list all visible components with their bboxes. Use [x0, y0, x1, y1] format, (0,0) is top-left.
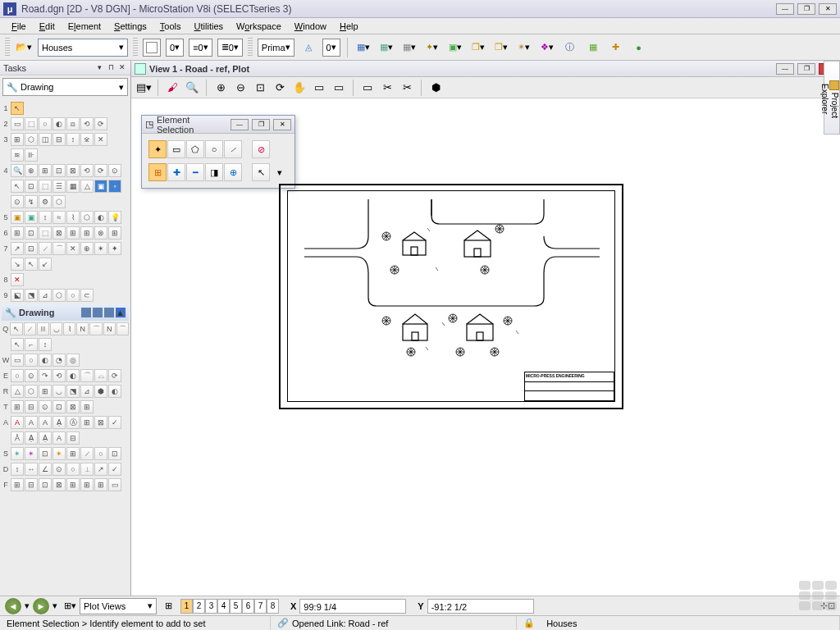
tool-4p[interactable]: ▫	[108, 180, 121, 193]
tool-4e[interactable]: ⊠	[66, 164, 80, 177]
view-attributes-button[interactable]: ▤▾	[135, 79, 153, 97]
tool-4j[interactable]: ⊡	[25, 180, 38, 193]
tool-ah[interactable]: ✓	[108, 416, 121, 429]
view-8-button[interactable]: 8	[267, 599, 279, 614]
tool-dg[interactable]: ↗	[94, 463, 107, 476]
tool-rh[interactable]: ◐	[108, 385, 121, 398]
y-value[interactable]: -91:2 1/2	[427, 599, 534, 614]
level-display-button[interactable]: ❒▾	[492, 39, 510, 57]
cells-button[interactable]: ❖▾	[538, 39, 556, 57]
tool-rc[interactable]: ⊞	[39, 385, 52, 398]
active-color-selector[interactable]	[143, 39, 161, 57]
tasks-pin-icon[interactable]: ⊓	[106, 63, 116, 73]
viewgroup-selector[interactable]: Plot Views▾	[80, 598, 157, 614]
view-3-button[interactable]: 3	[205, 599, 217, 614]
tool-am[interactable]: ⊟	[66, 431, 80, 445]
view-next-button[interactable]: ▭	[330, 79, 348, 97]
project-explorer-tab[interactable]: Project Explorer	[824, 61, 840, 135]
tool-ef[interactable]: ⌒	[80, 369, 94, 382]
manage-viewgroups-button[interactable]: ⊞	[165, 600, 172, 611]
copy-view-button[interactable]: ▭	[358, 79, 377, 97]
tool-2g[interactable]: ⟳	[94, 117, 107, 130]
tool-dd[interactable]: ⊙	[52, 463, 66, 476]
viewgroup-prev-button[interactable]: ◄	[5, 598, 21, 614]
tool-3h[interactable]: ≋	[11, 148, 24, 162]
tool-qb[interactable]: ⟋	[24, 322, 36, 336]
tool-qh[interactable]: N	[103, 322, 116, 336]
active-linestyle-selector[interactable]: ≡ 0 ▾	[189, 39, 212, 57]
tool-4c[interactable]: ⊞	[39, 164, 52, 177]
sel-mode-subtract[interactable]: ━	[186, 163, 204, 181]
tool-sd[interactable]: ✶	[52, 447, 66, 460]
fit-view-button[interactable]: ⊡	[251, 79, 269, 97]
tool-5h[interactable]: 💡	[108, 211, 121, 224]
tool-fe[interactable]: ⊞	[66, 478, 80, 491]
tool-9f[interactable]: ⊂	[80, 289, 94, 302]
tool-6h[interactable]: ⊞	[108, 226, 121, 240]
tool-ad[interactable]: Ạ	[52, 416, 66, 429]
tool-aj[interactable]: Ạ	[25, 431, 38, 445]
tool-4s[interactable]: ⚙	[39, 195, 52, 208]
view-7-button[interactable]: 7	[254, 599, 267, 614]
tool-7i[interactable]: ↘	[11, 258, 24, 271]
tool-dh[interactable]: ✓	[108, 463, 121, 476]
tool-7a[interactable]: ↗	[11, 242, 24, 255]
dialog-minimize-button[interactable]: —	[231, 119, 249, 130]
tool-6a[interactable]: ⊞	[11, 226, 24, 240]
tool-ae[interactable]: Ⓐ	[66, 416, 80, 429]
dialog-restore-button[interactable]: ❐	[252, 119, 270, 130]
active-color-value[interactable]: 0 ▾	[166, 39, 184, 57]
view-5-button[interactable]: 5	[230, 599, 242, 614]
tool-ab[interactable]: A	[25, 416, 38, 429]
tool-ra[interactable]: △	[11, 385, 24, 398]
sel-extended-settings[interactable]: ↖	[252, 163, 270, 181]
tool-5f[interactable]: ⬡	[80, 211, 94, 224]
view-previous-button[interactable]: ▭	[310, 79, 328, 97]
tasks-root-selector[interactable]: 🔧 Drawing▾	[2, 78, 128, 96]
tool-da[interactable]: ↕	[11, 463, 24, 476]
view-6-button[interactable]: 6	[242, 599, 254, 614]
sel-method-block[interactable]: ▭	[167, 140, 185, 158]
tool-sa[interactable]: ✶	[11, 447, 24, 460]
tool-ec[interactable]: ↷	[39, 369, 52, 382]
tool-sf[interactable]: ⟋	[80, 447, 94, 460]
tool-ea[interactable]: ○	[11, 369, 24, 382]
tool-td[interactable]: ⊡	[52, 400, 66, 413]
tool-we[interactable]: ◎	[66, 354, 80, 367]
tool-af[interactable]: ⊞	[80, 416, 94, 429]
clip-volume-button[interactable]: ✂	[378, 79, 396, 97]
level-manager-button[interactable]: ❒▾	[469, 39, 487, 57]
project-explorer-button[interactable]: ✚	[607, 39, 625, 57]
references-button[interactable]: ▦▾	[377, 39, 395, 57]
tool-qf[interactable]: N	[76, 322, 89, 336]
point-cloud-button[interactable]: ✦▾	[423, 39, 441, 57]
tool-rf[interactable]: ⊿	[80, 385, 94, 398]
sel-disable-handles[interactable]: ⊘	[252, 140, 270, 158]
tool-5g[interactable]: ◐	[94, 211, 107, 224]
tool-tc[interactable]: ⊙	[39, 400, 52, 413]
tool-rd[interactable]: ◡	[52, 385, 66, 398]
tool-tb[interactable]: ⊟	[25, 400, 38, 413]
tool-db[interactable]: ↔	[25, 463, 38, 476]
view-canvas[interactable]: ◳ Element Selection — ❐ ✕ ✦ ▭ ⬠ ○ ⟋	[131, 98, 840, 596]
viewgroup-next-button[interactable]: ►	[33, 598, 49, 614]
active-lineweight-selector[interactable]: ≣ 0 ▾	[217, 39, 243, 57]
menu-file[interactable]: File	[5, 20, 33, 33]
symbology-button[interactable]: ◬	[299, 39, 317, 57]
tool-qj[interactable]: ↖	[11, 338, 24, 351]
tool-8a[interactable]: ✕	[11, 273, 24, 286]
view-2-button[interactable]: 2	[193, 599, 205, 614]
layout-btn-3[interactable]	[104, 308, 114, 317]
tool-fa[interactable]: ⊞	[11, 478, 24, 491]
tool-5c[interactable]: ↕	[39, 211, 52, 224]
tool-7f[interactable]: ⊕	[80, 242, 94, 255]
layout-btn-1[interactable]	[81, 308, 91, 317]
sel-mode-add[interactable]: ✚	[167, 163, 185, 181]
tool-se[interactable]: ⊞	[66, 447, 80, 460]
pan-view-button[interactable]: ✋	[290, 79, 308, 97]
menu-settings[interactable]: Settings	[107, 20, 153, 33]
element-template-selector[interactable]: Prima▾	[258, 39, 294, 57]
view-4-button[interactable]: 4	[217, 599, 230, 614]
raster-manager-button[interactable]: ▦▾	[400, 39, 418, 57]
zoom-in-button[interactable]: ⊕	[212, 79, 230, 97]
